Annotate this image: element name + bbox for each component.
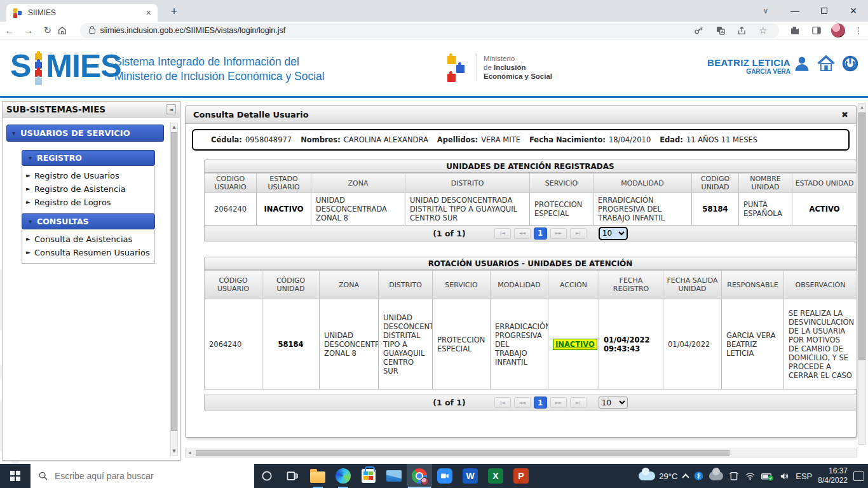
browser-tab[interactable]: SIIMIES × <box>6 4 158 22</box>
cell-fecha-registro: 01/04/2022 09:43:43 <box>599 299 663 390</box>
app-title: Sistema Integrado de Información del Min… <box>114 55 325 84</box>
microsoft-store-button[interactable] <box>356 464 381 488</box>
apellidos-label: Apellidos: <box>437 135 478 144</box>
weather-cloud-icon <box>639 471 655 480</box>
zoom-button[interactable] <box>432 464 458 488</box>
prev-page-button[interactable]: ◄◄ <box>514 397 531 408</box>
next-page-button[interactable]: ►► <box>550 228 567 239</box>
word-button[interactable]: W <box>458 464 483 488</box>
sidebar-collapse-button[interactable]: ◄ <box>166 104 176 114</box>
scroll-left-icon[interactable]: ◄ <box>187 451 192 455</box>
menu-item-registro-logros[interactable]: ►Registro de Logros <box>26 196 152 209</box>
store-icon <box>362 469 376 483</box>
bookmark-star-button[interactable]: ☆ <box>759 25 767 36</box>
extensions-button[interactable] <box>790 25 800 36</box>
display-connect-icon[interactable] <box>729 471 739 481</box>
page-size-select[interactable]: 10 <box>599 396 628 409</box>
side-panel-button[interactable] <box>811 25 822 36</box>
panel-close-button close-icon[interactable]: ✖ <box>841 110 848 119</box>
excel-button[interactable]: X <box>483 464 508 488</box>
edad-value: 11 AÑOS 11 MESES <box>686 135 757 144</box>
menu-item-registro-asistencia[interactable]: ►Registro de Asistencia <box>26 182 152 196</box>
horizontal-scroll-thumb[interactable] <box>196 450 729 456</box>
minimize-button[interactable]: — <box>780 0 810 22</box>
menu-section-consultas[interactable]: ▾ CONSULTAS <box>22 214 155 229</box>
password-key-button[interactable] <box>694 25 704 36</box>
forward-button[interactable]: → <box>19 25 38 36</box>
onedrive-icon[interactable] <box>709 471 723 480</box>
close-window-button[interactable]: × <box>839 0 868 22</box>
menu-item-consulta-resumen[interactable]: ►Consulta Resumen Usuarios <box>26 246 152 259</box>
cell-distrito: UNIDAD DESCONCENTRADA DISTRITAL TIPO A G… <box>379 299 433 390</box>
main-horizontal-scrollbar[interactable]: ◄ <box>185 449 857 458</box>
back-button[interactable]: ← <box>0 25 19 36</box>
new-tab-button[interactable]: + <box>166 5 182 18</box>
menu-section-registro[interactable]: ▾ REGISTRO <box>22 150 155 166</box>
profile-avatar[interactable] <box>831 24 845 37</box>
hidden-icons-chevron-icon[interactable] <box>682 473 689 480</box>
sidebar-scrollbar[interactable]: ▲ ▼ <box>170 123 178 456</box>
menu-item-registro-usuarios[interactable]: ►Registro de Usuarios <box>26 169 152 182</box>
home-nav-button home-icon[interactable] <box>817 55 835 72</box>
task-view-button[interactable] <box>280 464 305 488</box>
logo-s: S <box>10 50 31 83</box>
clock-widget[interactable]: 16:37 8/4/2022 <box>818 466 848 485</box>
tab-close-icon[interactable]: × <box>146 8 151 18</box>
chrome-button[interactable] <box>407 464 432 488</box>
taskbar: W X P 29°C ESP 16:37 8/4/2022 <box>0 464 868 488</box>
tab-search-chevron-icon[interactable]: ∨ <box>751 0 780 22</box>
rotacion-table: CÓDIGO USUARIO CÓDIGO UNIDAD ZONA DISTRI… <box>204 270 857 390</box>
current-page-button[interactable]: 1 <box>534 227 547 240</box>
bullet-icon: ► <box>26 196 31 209</box>
panel-title: Consulta Detalle Usuario <box>193 110 841 119</box>
section-label: CONSULTAS <box>37 217 89 226</box>
current-page-button[interactable]: 1 <box>534 396 547 409</box>
menu-item-consulta-asistencias[interactable]: ►Consulta de Asistencias <box>26 233 152 246</box>
last-page-button[interactable]: ►| <box>570 397 587 408</box>
first-page-button[interactable]: |◄ <box>494 228 511 239</box>
last-page-button[interactable]: ►| <box>570 228 587 239</box>
battery-shield-icon[interactable] <box>761 471 773 481</box>
search-input[interactable] <box>55 471 233 481</box>
first-page-button[interactable]: |◄ <box>494 397 511 408</box>
language-indicator[interactable]: ESP <box>796 471 812 481</box>
action-center-icon[interactable] <box>853 471 864 481</box>
scroll-up-icon[interactable]: ▲ <box>171 125 177 130</box>
scroll-up-icon[interactable]: ▲ <box>858 105 865 109</box>
main-vertical-scrollbar[interactable]: ▲ <box>858 103 866 445</box>
start-button[interactable] <box>0 464 31 488</box>
volume-icon[interactable] <box>779 471 790 481</box>
wifi-icon[interactable] <box>745 471 756 481</box>
address-bar[interactable]: siimies.inclusion.gob.ec/SIIMIES/vistas/… <box>80 23 780 38</box>
weather-widget[interactable]: 29°C <box>639 471 677 481</box>
restore-button[interactable] <box>810 0 839 22</box>
taskbar-search[interactable] <box>31 464 254 488</box>
file-explorer-button[interactable] <box>305 464 330 488</box>
page-size-select[interactable]: 10 <box>599 227 628 240</box>
mail-button[interactable] <box>381 464 407 488</box>
app-header: S MIES Sistema Integrado de Información … <box>0 39 868 98</box>
prev-page-button[interactable]: ◄◄ <box>514 228 531 239</box>
cell-servicio: PROTECCION ESPECIAL <box>530 193 593 226</box>
cortana-button[interactable] <box>254 464 280 488</box>
cell-zona: UNIDAD DESCONCENTRADA ZONAL 8 <box>311 193 405 226</box>
translate-button[interactable] <box>715 25 726 36</box>
temperature-label: 29°C <box>659 471 677 481</box>
sidebar-accordion-usuarios[interactable]: ▾ USUARIOS DE SERVICIO <box>6 125 164 142</box>
sidebar-scroll-thumb[interactable] <box>171 132 177 431</box>
cell-modalidad: ERRADICACIÓN PROGRESIVA DEL TRABAJO INFA… <box>593 193 692 226</box>
reload-button[interactable]: ↻ <box>38 25 57 36</box>
next-page-button[interactable]: ►► <box>550 397 567 408</box>
share-button[interactable] <box>737 25 747 36</box>
bluetooth-icon[interactable] <box>694 471 703 481</box>
vertical-scroll-thumb[interactable] <box>858 112 865 360</box>
user-profile-button user-icon[interactable] <box>793 55 811 72</box>
scroll-down-icon[interactable]: ▼ <box>171 449 177 454</box>
browser-menu-button[interactable]: ⋮ <box>854 25 863 36</box>
accion-inactivo-link[interactable]: INACTIVO <box>553 339 597 350</box>
powerpoint-button[interactable]: P <box>508 464 534 488</box>
edge-button[interactable] <box>330 464 356 488</box>
logout-power-button power-icon[interactable] <box>841 55 859 72</box>
home-button[interactable] <box>57 25 76 36</box>
table-header-row: CODIGO USUARIO ESTADO USUARIO ZONA DISTR… <box>205 173 857 193</box>
